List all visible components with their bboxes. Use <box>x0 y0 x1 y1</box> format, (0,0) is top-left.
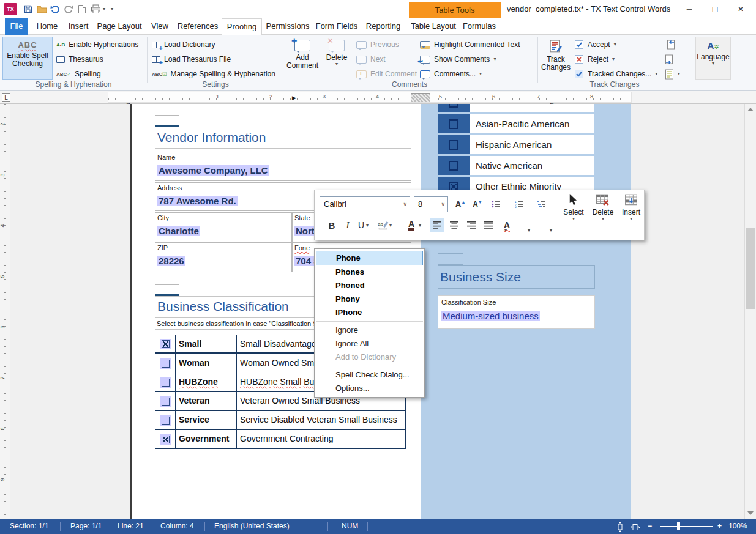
underline-caret[interactable] <box>366 223 369 228</box>
checkbox-cell[interactable] <box>155 354 176 373</box>
menu-item-add-to-dictionary[interactable]: Add to Dictionary <box>315 350 424 364</box>
scroll-up-arrow[interactable] <box>747 108 754 111</box>
manage-spelling-hyphenation-button[interactable]: ABC☑ Manage Spelling & Hyphenation <box>152 67 275 81</box>
checkbox-cell[interactable] <box>155 411 176 429</box>
scroll-down-arrow[interactable] <box>747 511 754 515</box>
tab-file[interactable]: File <box>5 18 28 35</box>
new-document-button[interactable] <box>76 3 88 15</box>
hubzone-checkbox[interactable] <box>160 377 171 388</box>
tab-formulas[interactable]: Formulas <box>459 18 500 35</box>
close-button[interactable]: ✕ <box>729 0 752 18</box>
print-button[interactable] <box>89 3 102 15</box>
font-size-chevron-icon[interactable]: ∨ <box>441 197 445 212</box>
tab-page-layout[interactable]: Page Layout <box>95 18 143 35</box>
quick-access-dropdown-caret[interactable] <box>111 7 113 12</box>
save-button[interactable] <box>22 3 34 15</box>
hispanic-checkbox-cell[interactable] <box>438 135 470 154</box>
zip-field[interactable]: ZIP 28226 <box>155 242 292 272</box>
city-field[interactable]: City Charlotte <box>155 212 292 242</box>
vertical-scrollbar[interactable] <box>744 104 756 519</box>
accept-caret[interactable] <box>614 42 616 47</box>
numbered-list-caret[interactable] <box>528 228 530 233</box>
enable-spell-checking-button[interactable]: ABC Enable Spell Checking <box>2 37 53 80</box>
spell-format-button[interactable]: A <box>500 218 514 232</box>
tab-table-layout[interactable]: Table Layout <box>410 18 457 35</box>
align-center-button[interactable] <box>447 218 462 232</box>
classification-size-field[interactable]: Classification Size Medium-sized busines… <box>438 295 595 329</box>
add-comment-button[interactable]: + Add Comment <box>285 37 320 80</box>
address-field-value[interactable]: 787 Awesome Rd. <box>157 196 238 206</box>
font-family-combobox[interactable]: Calibri ∨ <box>320 196 410 212</box>
thesaurus-button[interactable]: Thesaurus <box>56 53 103 66</box>
open-button[interactable] <box>36 3 48 15</box>
tab-view[interactable]: View <box>146 18 174 35</box>
zoom-level[interactable]: 100% <box>728 519 747 534</box>
scrollbar-thumb[interactable] <box>746 228 755 309</box>
tab-references[interactable]: References <box>176 18 219 35</box>
checkbox-cell[interactable] <box>155 335 176 352</box>
changes-options-caret[interactable] <box>678 72 680 76</box>
menu-item-suggestion-phoned[interactable]: Phoned <box>315 279 424 292</box>
numbered-list-button[interactable]: 123 <box>512 197 526 212</box>
spelling-button[interactable]: ABC✓ Spelling <box>56 67 101 81</box>
multilevel-list-caret[interactable] <box>550 228 552 233</box>
small-checkbox[interactable] <box>160 339 171 349</box>
comments-dialog-button[interactable]: Comments... <box>420 67 482 81</box>
woman-checkbox[interactable] <box>160 358 171 369</box>
tab-stop-marker[interactable]: ▶ <box>292 95 296 101</box>
tracked-changes-caret[interactable] <box>655 72 657 76</box>
hispanic-checkbox[interactable] <box>449 140 458 150</box>
maximize-button[interactable]: □ <box>703 0 727 18</box>
align-right-button[interactable] <box>464 218 479 232</box>
undo-button[interactable] <box>49 3 61 15</box>
font-color-caret[interactable] <box>419 223 421 228</box>
enable-hyphenations-button[interactable]: A-B Enable Hyphenations <box>56 38 138 51</box>
zoom-out-button[interactable]: − <box>648 519 652 534</box>
table-select-button[interactable]: Select <box>560 194 588 237</box>
menu-item-suggestion-iphone[interactable]: IPhone <box>315 306 424 319</box>
tab-selector-button[interactable]: L <box>2 93 10 102</box>
highlight-button[interactable]: ab <box>376 218 391 232</box>
next-change-button[interactable] <box>665 53 675 66</box>
edit-comment-button[interactable]: I Edit Comment <box>356 67 417 81</box>
ruler-margin-block[interactable] <box>411 93 430 102</box>
menu-item-suggestion-phone[interactable]: Phone <box>316 251 423 265</box>
name-field[interactable]: Name Awesome Company, LLC <box>155 152 411 181</box>
zoom-in-button[interactable]: + <box>717 519 722 534</box>
veteran-checkbox[interactable] <box>160 396 171 407</box>
checkbox-cell[interactable] <box>155 392 176 410</box>
checkbox-cell[interactable] <box>155 430 176 448</box>
classification-size-value[interactable]: Medium-sized business <box>441 311 540 321</box>
font-family-chevron-icon[interactable]: ∨ <box>403 197 407 212</box>
menu-item-suggestion-phones[interactable]: Phones <box>315 265 424 279</box>
print-dropdown-caret[interactable] <box>103 7 105 12</box>
government-checkbox[interactable] <box>160 434 171 445</box>
asian-pacific-checkbox[interactable] <box>449 119 458 129</box>
partial-checkbox[interactable] <box>449 104 458 108</box>
menu-item-options[interactable]: Options... <box>315 382 424 395</box>
table-select-caret[interactable] <box>572 217 575 221</box>
tab-home[interactable]: Home <box>33 18 61 35</box>
highlight-commented-text-button[interactable]: Highlight Commented Text <box>420 38 520 51</box>
table-insert-caret[interactable] <box>630 217 632 221</box>
previous-comment-button[interactable]: Previous <box>356 38 399 51</box>
changes-options-button[interactable] <box>665 67 680 81</box>
language-button[interactable]: A✲ Language <box>695 37 731 80</box>
font-color-button[interactable]: A <box>404 218 419 232</box>
reject-change-button[interactable]: Reject <box>574 53 615 66</box>
service-checkbox[interactable] <box>160 415 171 426</box>
bold-button[interactable]: B <box>324 218 339 232</box>
track-changes-button[interactable]: Track Changes <box>541 37 571 80</box>
asian-pacific-checkbox-cell[interactable] <box>438 114 470 133</box>
menu-item-ignore[interactable]: Ignore <box>315 324 424 337</box>
city-field-value[interactable]: Charlotte <box>157 226 200 236</box>
zip-field-value[interactable]: 28226 <box>157 256 185 266</box>
show-comments-button[interactable]: ↩ Show Comments <box>420 53 496 66</box>
show-comments-caret[interactable] <box>493 57 496 62</box>
previous-change-button[interactable] <box>665 38 675 51</box>
language-caret[interactable] <box>712 61 714 66</box>
tracked-changes-dialog-button[interactable]: Tracked Changes... <box>574 67 657 81</box>
zoom-slider[interactable] <box>660 526 713 527</box>
tab-permissions[interactable]: Permissions <box>266 18 310 35</box>
multilevel-list-button[interactable] <box>534 197 548 212</box>
